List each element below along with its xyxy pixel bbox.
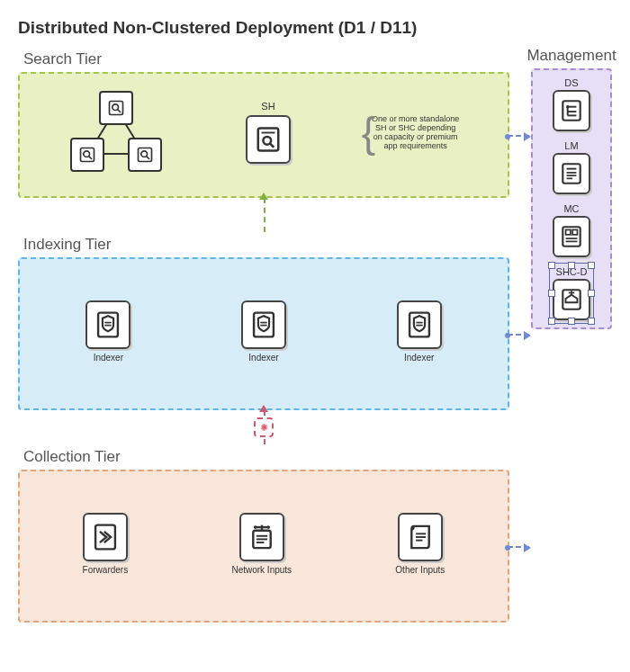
svg-rect-37: [562, 101, 580, 121]
resize-handle[interactable]: [588, 290, 595, 297]
network-inputs-label: Network Inputs: [231, 565, 292, 575]
mgmt-code: DS: [564, 77, 578, 88]
indexing-tier-box: Indexer Indexer Indexer: [18, 257, 509, 410]
collection-tier-label: Collection Tier: [23, 448, 509, 466]
svg-rect-9: [139, 148, 152, 162]
mgmt-code: LM: [564, 140, 578, 151]
search-tier-label: Search Tier: [23, 50, 509, 68]
svg-line-8: [89, 157, 92, 159]
monitoring-console-icon: [553, 216, 590, 257]
search-node-icon: [70, 138, 104, 172]
collection-tier-box: Forwarders Network Inputs Other Inputs: [18, 470, 509, 623]
svg-point-29: [254, 525, 257, 529]
diagram-title: Distributed Non-Clustered Deployment (D1…: [18, 18, 612, 38]
indexer-icon: [397, 300, 442, 349]
collection-item-forwarders: Forwarders: [83, 513, 129, 575]
svg-point-4: [112, 104, 119, 111]
svg-line-5: [118, 110, 121, 112]
network-inputs-icon: [239, 513, 284, 561]
svg-line-11: [147, 157, 149, 159]
search-node-icon: [128, 138, 162, 172]
svg-point-30: [266, 525, 270, 529]
mgmt-item-ds: DS: [553, 77, 590, 131]
resize-handle[interactable]: [548, 318, 555, 325]
indexer-icon: [241, 300, 286, 349]
resize-handle[interactable]: [548, 290, 555, 297]
management-column: Management DS LM MC SHC: [531, 47, 612, 329]
svg-line-15: [270, 143, 274, 147]
shc-deployer-icon: [553, 279, 590, 320]
management-label: Management: [526, 47, 616, 65]
mgmt-code: MC: [563, 203, 579, 214]
mgmt-item-shcd[interactable]: SHC-D: [553, 266, 590, 320]
forwarders-icon: [83, 513, 128, 561]
search-head-icon: [246, 115, 291, 164]
svg-point-10: [141, 151, 148, 157]
svg-rect-12: [258, 129, 279, 151]
indexer-item: Indexer: [241, 300, 286, 363]
search-tier-box: SH One or more standalone SH or SHC depe…: [18, 72, 509, 198]
indexer-item: Indexer: [86, 300, 130, 363]
search-head-cluster-graphic: [67, 87, 166, 177]
search-node-icon: [99, 91, 133, 125]
data-flow-badge-icon: ✺: [254, 417, 274, 437]
diagram-layout: Search Tier SH: [18, 47, 612, 623]
search-tier-note: One or more standalone SH or SHC dependi…: [371, 114, 461, 150]
indexing-tier-label: Indexing Tier: [23, 236, 509, 254]
tiers-column: Search Tier SH: [18, 47, 509, 623]
resize-handle[interactable]: [548, 262, 555, 269]
svg-rect-43: [562, 164, 580, 184]
connector-search-to-mgmt: [508, 135, 529, 137]
svg-rect-6: [81, 148, 94, 162]
indexer-icon: [86, 300, 130, 349]
connector-indexing-to-mgmt: [508, 334, 529, 336]
license-master-icon: [553, 153, 590, 194]
connector-search-to-indexing: [18, 198, 509, 232]
connector-collection-to-mgmt: [508, 546, 529, 548]
deployment-server-icon: [553, 90, 590, 131]
resize-handle[interactable]: [588, 262, 595, 269]
indexer-label: Indexer: [248, 353, 278, 363]
svg-rect-49: [566, 229, 571, 234]
mgmt-item-mc: MC: [553, 203, 590, 257]
svg-rect-3: [110, 102, 123, 115]
management-box: DS LM MC SHC-D: [531, 68, 612, 329]
indexer-item: Indexer: [397, 300, 442, 363]
svg-point-7: [84, 151, 90, 157]
collection-item-network: Network Inputs: [231, 513, 292, 575]
other-inputs-icon: [398, 513, 443, 561]
svg-point-14: [263, 137, 271, 145]
svg-rect-50: [572, 229, 577, 234]
connector-collection-to-indexing: ✺: [18, 410, 509, 444]
search-head-single: SH: [246, 101, 291, 164]
resize-handle[interactable]: [568, 318, 575, 325]
indexer-label: Indexer: [404, 353, 434, 363]
collection-item-other: Other Inputs: [395, 513, 445, 575]
indexer-label: Indexer: [94, 353, 123, 363]
resize-handle[interactable]: [568, 262, 575, 269]
mgmt-item-lm: LM: [553, 140, 590, 194]
sh-label: SH: [261, 101, 274, 112]
other-inputs-label: Other Inputs: [395, 565, 445, 575]
resize-handle[interactable]: [588, 318, 595, 325]
forwarders-label: Forwarders: [83, 565, 129, 575]
